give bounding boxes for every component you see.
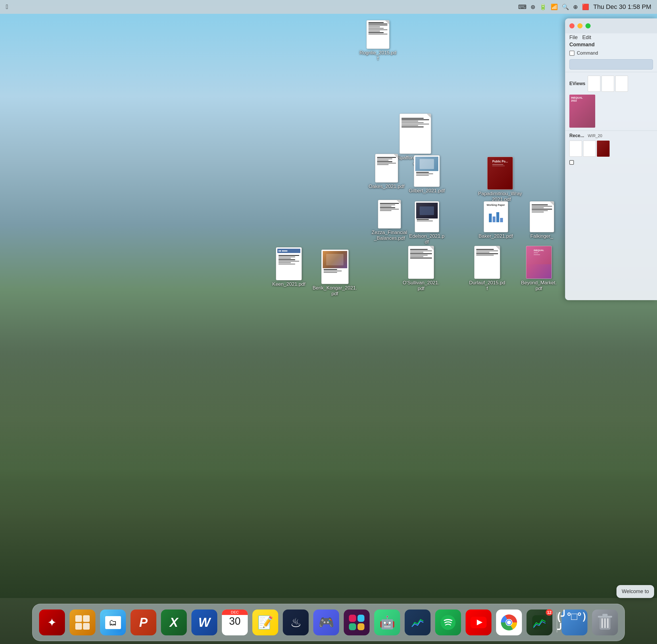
bottom-checkbox-row <box>565 158 657 167</box>
chrome-icon <box>496 610 522 635</box>
android-icon: 🤖 <box>374 610 400 635</box>
window-titlebar <box>565 18 657 33</box>
eviews-thumb-2 <box>602 76 614 92</box>
dock-item-steam[interactable]: ♨ <box>281 608 310 637</box>
durlauf-label: Durlauf_2015.pdf <box>468 280 506 292</box>
finder-icon: 🗂 <box>100 610 126 635</box>
window-minimize-button[interactable] <box>578 23 583 28</box>
battery-icon[interactable]: 🔋 <box>539 3 547 10</box>
desktop-icon-keen[interactable]: ■■ ■■■■ Keen_2021.pdf <box>270 247 307 287</box>
window-maximize-button[interactable] <box>585 23 591 28</box>
dock-item-word[interactable]: W <box>190 608 219 637</box>
svg-point-6 <box>507 620 511 624</box>
desktop <box>0 0 657 644</box>
desktop-icon-gilbert[interactable]: Gilbert_2021.pdf <box>408 155 445 194</box>
dock-item-tracker[interactable] <box>403 608 432 637</box>
desktop-icon-zezza[interactable]: Zezza_Financial_Balances.pdf <box>371 200 408 242</box>
command-input[interactable] <box>569 59 653 70</box>
welcome-toast: Welcome to <box>616 585 654 598</box>
welcome-text: Welcome to <box>621 589 649 594</box>
steam-icon: ♨ <box>283 610 309 635</box>
keen-thumbnail: ■■ ■■■■ <box>276 247 302 280</box>
desktop-icon-edelson[interactable]: Edelson_2021.pdf <box>408 201 445 245</box>
desktop-icon-papadimitriou[interactable]: Public Po... Papadimitriou_Wray_2021.pdf <box>477 157 523 203</box>
locale-icon[interactable]: 🟥 <box>582 3 589 10</box>
recent-label: Rece... <box>569 133 584 138</box>
menubar-datetime[interactable]: Thu Dec 30 1:58 PM <box>593 3 651 10</box>
eviews-row: EViews <box>565 74 657 93</box>
zezza-thumbnail <box>378 200 401 229</box>
desktop-icon-oakes[interactable]: Oakes_2021.pdf <box>368 154 405 189</box>
file-menu[interactable]: File <box>569 34 578 41</box>
desktop-icon-baker[interactable]: Working Paper Baker_2021.pdf <box>477 201 514 239</box>
desktop-icon-falkinger[interactable]: Falkinger_ <box>523 201 560 239</box>
dock-item-android[interactable]: 🤖 <box>373 608 401 637</box>
dock-item-youtube[interactable] <box>464 608 493 637</box>
spotify-icon <box>435 610 461 635</box>
dock-item-wolfram[interactable]: ✦ <box>38 608 66 637</box>
beyond-market-thumbnail: INEQUAL 2022 <box>526 246 552 279</box>
rognlie-label: Rognlie_2015.pdf <box>359 50 397 62</box>
command-checkbox-label: Command <box>577 51 598 56</box>
calendar-day: 30 <box>229 616 240 626</box>
baker-label: Baker_2021.pdf <box>478 233 513 239</box>
window-close-button[interactable] <box>569 23 574 28</box>
wifi-icon[interactable]: 📶 <box>551 3 558 10</box>
control-center-icon[interactable]: ⊕ <box>573 3 578 10</box>
dock-item-chrome[interactable] <box>495 608 523 637</box>
desktop-icon-berik-kongar[interactable]: Berik_Kongar_2021.pdf <box>312 250 358 297</box>
desktop-icon-osullivan[interactable]: O'Sullivan_2021.pdf <box>402 246 440 292</box>
oakes-thumbnail <box>375 154 398 183</box>
dock-item-trash[interactable] <box>591 608 619 637</box>
recent-section: Rece... WIR_20 <box>565 132 657 139</box>
osullivan-label: O'Sullivan_2021.pdf <box>402 280 440 292</box>
menubar:  ⌨ ⊛ 🔋 📶 🔍 ⊕ 🟥 Thu Dec 30 1:58 PM <box>0 0 657 14</box>
excel-icon: X <box>161 610 187 635</box>
dock-item-portfolio[interactable]: 12 <box>525 608 554 637</box>
bluetooth-icon[interactable]: ⊛ <box>531 3 535 10</box>
dock-item-spotify[interactable] <box>434 608 463 637</box>
youtube-icon <box>466 610 491 635</box>
desktop-icon-beyond-market[interactable]: INEQUAL 2022 Beyond_Market.pdf <box>520 246 558 292</box>
edelson-thumbnail <box>415 201 439 232</box>
window-menu: File Edit <box>565 34 657 41</box>
dock-item-finder[interactable]: 🗂 <box>99 608 127 637</box>
bottom-checkbox[interactable] <box>569 160 574 165</box>
recent-thumb-2 <box>583 141 596 157</box>
calendar-icon: DEC 30 <box>222 610 248 635</box>
dock-item-notes[interactable]: 📝 <box>251 608 280 637</box>
inequal-cover-thumb: INEQUAL2022 <box>569 95 595 128</box>
falkinger-thumbnail <box>530 201 554 232</box>
command-checkbox-row: Command <box>565 49 657 58</box>
landscape <box>0 339 657 598</box>
recent-thumbs <box>565 139 657 158</box>
wir-label: WIR_20 <box>588 133 603 138</box>
dock-item-excel[interactable]: X <box>160 608 188 637</box>
eviews-thumb-1 <box>588 76 601 92</box>
keyboard-icon[interactable]: ⌨ <box>518 3 526 10</box>
dock-item-discord[interactable]: 🎮 <box>312 608 341 637</box>
svg-point-0 <box>441 615 455 630</box>
window-title-text: Command <box>565 41 657 49</box>
rognlie-thumbnail <box>367 20 390 49</box>
book-covers-area: INEQUAL2022 <box>565 93 657 129</box>
tableflip-icon: (╯°□°）╯ <box>562 610 587 635</box>
calendar-month: DEC <box>222 610 248 615</box>
search-icon[interactable]: 🔍 <box>562 3 569 10</box>
discord-icon: 🎮 <box>313 610 339 635</box>
portfolio-badge: 12 <box>546 609 553 616</box>
edit-menu[interactable]: Edit <box>582 34 591 41</box>
oakes-label: Oakes_2021.pdf <box>369 184 405 189</box>
dock-item-powerpoint[interactable]: P <box>129 608 158 637</box>
keen-label: Keen_2021.pdf <box>272 281 305 287</box>
spafford-thumbnail <box>399 114 431 154</box>
recent-thumb-1 <box>569 141 582 157</box>
desktop-icon-rognlie[interactable]: Rognlie_2015.pdf <box>359 20 397 62</box>
dock-item-tableflip[interactable]: (╯°□°）╯ <box>560 608 589 637</box>
dock-item-calendar[interactable]: DEC 30 <box>220 608 249 637</box>
dock-item-mosaic[interactable] <box>68 608 97 637</box>
desktop-icon-durlauf[interactable]: Durlauf_2015.pdf <box>468 246 506 292</box>
dock-item-slack[interactable] <box>342 608 371 637</box>
apple-menu[interactable]:  <box>6 3 8 10</box>
command-checkbox[interactable] <box>569 51 574 56</box>
